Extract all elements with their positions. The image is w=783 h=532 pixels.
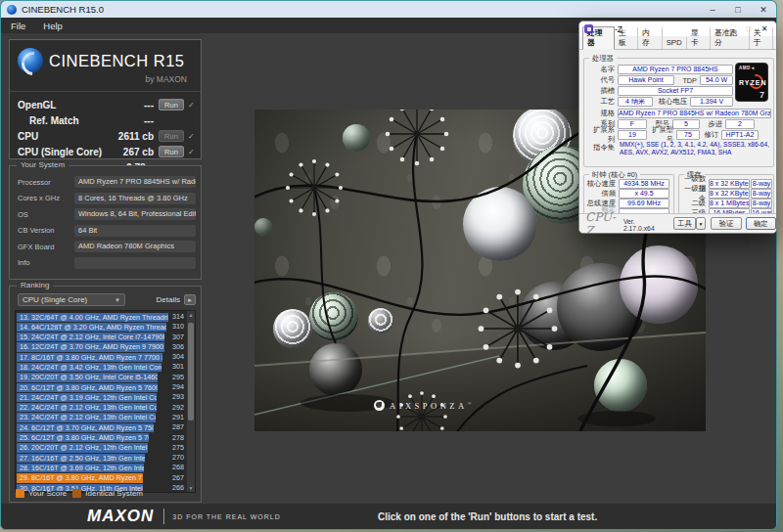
- ranking-row[interactable]: 29. 8C/16T @ 3.80 GHz, AMD Ryzen 7 PRO 8…: [17, 473, 186, 483]
- system-info-value: Windows 8, 64 Bit, Professional Edition …: [74, 208, 196, 220]
- ranking-row-score: 294: [172, 382, 184, 392]
- ranking-row[interactable]: 20. 6C/12T @ 3.80 GHz, AMD Ryzen 5 7600 …: [17, 382, 186, 392]
- ranking-scrollbar[interactable]: ▲ ▼: [187, 311, 195, 492]
- cpuz-package-value: Socket FP7: [618, 86, 733, 96]
- cpuz-tab[interactable]: SPD: [663, 37, 687, 49]
- cpuz-tab-bar: 处理器主板内存SPD显卡基准跑分关于: [579, 36, 776, 50]
- cpu-check-icon[interactable]: ✓: [188, 132, 196, 141]
- ranking-row-text: 20. 6C/12T @ 3.80 GHz, AMD Ryzen 5 7600 …: [17, 383, 158, 392]
- your-system-legend: Your System: [17, 160, 69, 169]
- cpuz-tab[interactable]: 内存: [638, 27, 662, 49]
- amd-logo: AMD◄: [736, 64, 767, 70]
- ranking-row-text: 27. 16C/16T @ 2.50 GHz, 13th Gen Intel C…: [17, 454, 145, 463]
- cpuz-voltage-label: 核心电压: [653, 97, 690, 107]
- cpu-label: CPU: [18, 131, 38, 142]
- scroll-up-icon[interactable]: ▲: [187, 311, 195, 319]
- ranking-panel: Ranking CPU (Single Core) ▼ Details ▸ 13…: [9, 286, 202, 503]
- system-info-row: Cores x GHz 8 Cores, 16 Threads @ 3.80 G…: [10, 191, 201, 207]
- system-info-row: CB Version 64 Bit: [10, 223, 201, 240]
- scroll-down-icon[interactable]: ▼: [187, 484, 195, 492]
- refmatch-row: Ref. Match ---: [10, 112, 201, 128]
- cpuz-tools-dropdown-button[interactable]: ▼: [696, 217, 707, 230]
- minimize-button[interactable]: –: [700, 1, 725, 18]
- cpuz-ok-button[interactable]: 确定: [746, 217, 776, 230]
- ranking-row[interactable]: 15. 24C/24T @ 2.12 GHz, Intel Core i7-14…: [17, 332, 186, 342]
- menu-file[interactable]: File: [11, 21, 25, 31]
- cpuz-validate-button[interactable]: 验证: [711, 217, 741, 230]
- ranking-row-score: 287: [172, 422, 184, 432]
- cpuz-voltage-value: 1.394 V: [690, 97, 733, 107]
- cpu-single-run-button[interactable]: Run: [159, 146, 184, 157]
- ranking-row[interactable]: 22. 24C/24T @ 2.12 GHz, 13th Gen Intel C…: [17, 403, 186, 413]
- ranking-row-bar: 29. 8C/16T @ 3.80 GHz, AMD Ryzen 7 PRO 8…: [17, 473, 143, 482]
- ranking-row-text: 17. 8C/16T @ 3.80 GHz, AMD Ryzen 7 7700 …: [17, 353, 162, 362]
- cpu-single-check-icon[interactable]: ✓: [188, 148, 196, 156]
- ranking-row-text: 13. 32C/64T @ 4.00 GHz, AMD Ryzen Thread…: [17, 313, 168, 322]
- ranking-list[interactable]: 13. 32C/64T @ 4.00 GHz, AMD Ryzen Thread…: [17, 312, 186, 491]
- close-button[interactable]: ✕: [751, 1, 776, 18]
- cpuz-tab[interactable]: 主板: [615, 27, 638, 49]
- opengl-run-button[interactable]: Run: [159, 99, 184, 111]
- cinebench-sphere-icon: [18, 48, 43, 73]
- cpuz-close-button[interactable]: ✕: [757, 22, 772, 36]
- cpu-single-value: 267 cb: [123, 147, 154, 157]
- cpuz-revision-value: HPT1-A2: [721, 130, 759, 140]
- ryzen-7-badge: AMD◄ RYZEN 7: [735, 63, 768, 102]
- cpuz-corespeed-value: 4934.58 MHz: [619, 179, 669, 189]
- ranking-row-score: 278: [172, 433, 184, 443]
- ranking-row[interactable]: 26. 20C/20T @ 2.12 GHz, 12th Gen Intel C…: [17, 443, 186, 453]
- cinebench-logo-text: CINEBENCH R15: [49, 52, 185, 70]
- identical-system-swatch: [72, 489, 81, 498]
- titlebar[interactable]: CINEBENCH R15.0 – □ ✕: [1, 1, 776, 18]
- ranking-row[interactable]: 16. 12C/24T @ 3.70 GHz, AMD Ryzen 9 7900…: [17, 342, 186, 352]
- ranking-row-score: 266: [172, 483, 184, 491]
- ranking-row[interactable]: 24. 6C/12T @ 3.70 GHz, AMD Ryzen 5 7500F…: [17, 422, 186, 432]
- ranking-row[interactable]: 25. 6C/12T @ 3.80 GHz, AMD Ryzen 5 7600 …: [17, 433, 186, 443]
- ranking-row[interactable]: 21. 24C/24T @ 3.19 GHz, 12th Gen Intel C…: [17, 392, 186, 402]
- system-info-label: Processor: [18, 178, 74, 187]
- ranking-row-text: 21. 24C/24T @ 3.19 GHz, 12th Gen Intel C…: [17, 393, 157, 402]
- ranking-row[interactable]: 27. 16C/16T @ 2.50 GHz, 13th Gen Intel C…: [17, 453, 186, 463]
- ranking-row-text: 22. 24C/24T @ 2.12 GHz, 13th Gen Intel C…: [17, 403, 157, 412]
- ranking-row[interactable]: 17. 8C/16T @ 3.80 GHz, AMD Ryzen 7 7700 …: [17, 352, 186, 362]
- ranking-row-bar: 14. 64C/128T @ 3.20 GHz, AMD Ryzen Threa…: [17, 323, 166, 332]
- cpuz-cache-rows: 一级数据 8 x 32 KBytes 8-way 一级指令 8 x 32 KBy…: [681, 179, 771, 218]
- aixsponza-text: AIXSPONZA®: [390, 401, 475, 411]
- refmatch-value: ---: [144, 115, 154, 126]
- system-info-label: CB Version: [18, 226, 74, 235]
- details-expand-button[interactable]: ▸: [184, 294, 196, 305]
- ranking-row-bar: 21. 24C/24T @ 3.19 GHz, 12th Gen Intel C…: [17, 393, 157, 402]
- maximize-button[interactable]: □: [725, 1, 751, 18]
- ranking-row-score: 314: [172, 312, 184, 322]
- ranking-row[interactable]: 19. 20C/20T @ 3.50 GHz, Intel Core i5-14…: [17, 373, 186, 382]
- scrollbar-thumb[interactable]: [188, 323, 194, 421]
- cpuz-multiplier-value: x 49.5: [619, 189, 669, 199]
- cpuz-cache-size: 8 x 32 KBytes: [709, 179, 750, 189]
- system-info-row: OS Windows 8, 64 Bit, Professional Editi…: [10, 206, 201, 223]
- ranking-row[interactable]: 28. 16C/16T @ 3.69 GHz, 12th Gen Intel C…: [17, 463, 186, 472]
- opengl-check-icon[interactable]: ✓: [188, 101, 196, 110]
- cpuz-tools-button[interactable]: 工具: [673, 217, 696, 230]
- cpuz-package-label: 插槽: [588, 86, 618, 96]
- cpu-row: CPU 2611 cb Run ✓: [10, 128, 201, 144]
- cpuz-footer: CPU-Z Ver. 2.17.0.x64 工具 ▼ 验证 确定: [579, 213, 776, 233]
- system-info-row: Info: [10, 255, 201, 272]
- cpuz-minimize-button[interactable]: –: [725, 22, 741, 36]
- cpuz-multiplier-label: 倍频: [586, 189, 619, 199]
- cpuz-spec-value: AMD Ryzen 7 PRO 8845HS w/ Radeon 780M Gr…: [618, 109, 771, 118]
- ranking-row-text: 19. 20C/20T @ 3.50 GHz, Intel Core i5-14…: [17, 373, 158, 381]
- cpu-run-button[interactable]: Run: [159, 130, 184, 142]
- menu-help[interactable]: Help: [43, 21, 63, 31]
- ranking-filter-dropdown[interactable]: CPU (Single Core) ▼: [18, 293, 125, 306]
- cpuz-processor-legend: 处理器: [589, 54, 617, 64]
- your-system-panel: Your System Processor AMD Ryzen 7 PRO 88…: [9, 165, 202, 280]
- ranking-row[interactable]: 18. 24C/24T @ 3.42 GHz, 13th Gen Intel C…: [17, 362, 186, 372]
- ranking-row[interactable]: 14. 64C/128T @ 3.20 GHz, AMD Ryzen Threa…: [17, 322, 186, 332]
- by-maxon-text: by MAXON: [10, 74, 201, 84]
- cpuz-tab[interactable]: 显卡: [687, 27, 711, 49]
- aixsponza-watermark: AIXSPONZA®: [374, 400, 475, 411]
- ranking-row[interactable]: 23. 24C/24T @ 2.12 GHz, 13th Gen Intel C…: [17, 413, 186, 422]
- cpuz-window[interactable]: CPU-Z – □ ✕ 处理器主板内存SPD显卡基准跑分关于 处理器 名字 AM…: [578, 21, 777, 234]
- ranking-row[interactable]: 13. 32C/64T @ 4.00 GHz, AMD Ryzen Thread…: [17, 312, 186, 322]
- cpu-single-label: CPU (Single Core): [18, 147, 102, 157]
